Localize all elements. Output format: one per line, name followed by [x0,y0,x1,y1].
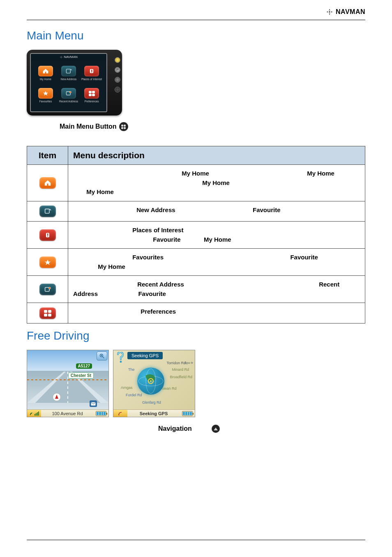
map-label: Fordel Rd [126,393,142,397]
svg-rect-4 [91,70,92,72]
kw: My Home [307,170,334,177]
free-driving-screenshots: A38 A5127 Chester St B [27,350,365,417]
help-icon[interactable] [115,351,126,364]
battery-icon [180,411,195,416]
favourites-icon [39,257,56,268]
table-row: New Address Favourite [27,201,365,222]
svg-point-1 [61,57,62,57]
screenshot-seeking-gps: Seeking GPS Torridon Rd Spo tr The Minar… [113,350,195,417]
poi-icon [39,229,56,241]
device-topbar: NAVMAN [31,54,106,60]
kw: Favourite [253,206,281,213]
col-item: Item [27,146,68,165]
navigation-mode-icon [212,425,220,433]
road-shield-top: A5127 [76,363,92,369]
brand-logo: NAVMAN [326,8,365,16]
device-btn-my-home[interactable]: My Home [35,63,56,83]
compass-icon [53,393,61,401]
svg-rect-8 [45,209,49,213]
map-label: Torridon Rd [166,361,186,365]
table-row: Recent Address Recent Address Favourite [27,276,365,303]
current-road: 100 Avenue Rd [41,411,94,416]
svg-point-11 [47,236,48,237]
svg-point-20 [30,414,31,415]
device-btn-preferences[interactable]: Preferences [81,85,102,106]
device-btn-recent[interactable]: Recent Address [58,85,79,106]
map-zoom-icon[interactable] [97,351,107,361]
map-label: Glenfarg Rd [142,400,161,404]
page-footer-rule [27,540,365,540]
side-btn-p[interactable]: P [115,67,120,73]
main-menu-icon [119,122,128,131]
svg-point-25 [150,380,152,382]
col-desc: Menu description [68,146,365,165]
kw: Recent [319,281,339,288]
brand-text: NAVMAN [336,8,365,16]
preferences-icon [39,307,56,319]
device-btn-new-address[interactable]: New Address [58,63,79,83]
svg-rect-2 [66,69,70,73]
satellite-signal-icon [27,410,41,417]
svg-rect-10 [47,233,48,236]
road-label-chester: Chester St [68,372,94,379]
main-menu-button-caption: Main Menu Button [60,122,365,131]
kw: Favourite [138,290,166,297]
new-address-icon [39,206,56,217]
device-btn-favourites[interactable]: Favourites [35,85,56,106]
seeking-banner: Seeking GPS [127,352,163,359]
menu-description-table: Item Menu description My Home My Home [27,146,365,324]
map-label: Broadfield Rd [170,375,192,379]
brand-icon [326,8,333,16]
kw: Preferences [141,308,176,315]
home-icon [39,177,56,189]
map-label: The [128,367,135,372]
page-header: NAVMAN [27,4,365,20]
svg-point-21 [120,361,122,363]
kw: My Home [182,170,209,177]
side-btn-menu[interactable] [115,77,120,83]
map-label: Arngas [121,386,133,390]
kw: Places of Interest [132,226,183,233]
svg-point-13 [48,287,51,289]
screenshot-3d-map: A38 A5127 Chester St B [27,350,109,417]
kw: My Home [204,236,231,243]
kw: Favourites [132,254,164,261]
device-brand: NAVMAN [64,54,78,60]
map-label: owan Rd [162,386,177,391]
kw: My Home [86,188,114,195]
kw: Favourite [290,254,318,261]
table-row: Places of Interest Favourite My Home [27,222,365,249]
device-btn-poi[interactable]: Places of Interest [81,63,102,83]
globe-icon [137,367,164,395]
free-driving-heading: Free Driving [27,329,365,342]
svg-point-0 [329,12,330,13]
kw: New Address [136,206,175,213]
battery-icon [94,411,108,416]
svg-point-7 [69,91,71,93]
kw: Favourite [153,236,181,243]
svg-point-5 [92,72,92,73]
satellite-signal-icon [113,410,127,417]
table-row: My Home My Home My Home My Home [27,165,365,201]
main-menu-heading: Main Menu [27,29,365,42]
envelope-icon[interactable] [90,400,97,407]
side-btn-1[interactable] [115,57,120,63]
side-btn-4[interactable] [115,87,120,92]
device-side-buttons: P [115,57,120,92]
seeking-status: Seeking GPS [127,411,180,416]
device-screen: NAVMAN My Home New Address Places of Int… [30,53,107,112]
kw: My Home [202,179,230,186]
map-label: Spo tr [184,361,193,365]
device-mockup: NAVMAN My Home New Address Places of Int… [27,50,122,116]
kw: My Home [98,263,125,270]
navigation-caption: Navigation [158,425,365,433]
table-row: Favourites Favourite My Home [27,249,365,276]
kw: Recent Address [137,281,184,288]
kw: Address [73,290,98,297]
map-label: Minard Rd [172,367,189,372]
svg-point-26 [119,414,120,415]
table-row: Preferences [27,303,365,324]
recent-icon [39,284,56,295]
